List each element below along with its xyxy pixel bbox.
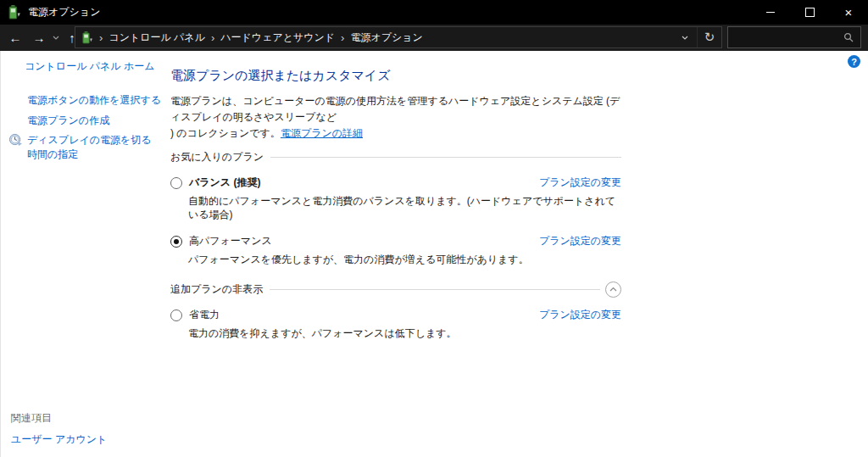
sidebar-item-control-panel-home[interactable]: コントロール パネル ホーム bbox=[25, 59, 154, 74]
search-input[interactable] bbox=[728, 31, 843, 43]
sidebar-item-choose-power-buttons[interactable]: 電源ボタンの動作を選択する bbox=[27, 93, 161, 108]
plan-name: バランス (推奨) bbox=[189, 176, 260, 190]
power-options-battery-icon bbox=[7, 5, 21, 20]
chevron-down-icon bbox=[53, 36, 59, 40]
plan-description: パフォーマンスを優先しますが、電力の消費が増える可能性があります。 bbox=[188, 253, 621, 266]
divider bbox=[270, 289, 600, 290]
plan-row-power-saver: 省電力 プラン設定の変更 電力の消費を抑えますが、パフォーマンスは低下します。 bbox=[170, 308, 621, 340]
chevron-up-icon bbox=[609, 287, 617, 292]
maximize-button[interactable] bbox=[790, 0, 829, 25]
page-title: 電源プランの選択またはカスタマイズ bbox=[170, 68, 621, 84]
additional-plans-heading: 追加プランの非表示 bbox=[170, 282, 263, 297]
additional-plans-section-header: 追加プランの非表示 bbox=[170, 281, 621, 297]
favorite-plans-section-header: お気に入りのプラン bbox=[170, 149, 621, 164]
chevron-down-icon bbox=[682, 36, 688, 40]
breadcrumb-item-hardware-and-sound[interactable]: ハードウェアとサウンド bbox=[220, 31, 335, 45]
help-button[interactable]: ? bbox=[848, 55, 860, 68]
intro-line1: 電源プランは、コンピューターの電源の使用方法を管理するハードウェア設定とシステム… bbox=[170, 95, 620, 123]
breadcrumb-separator-icon: › bbox=[99, 31, 103, 44]
plan-description: 電力の消費を抑えますが、パフォーマンスは低下します。 bbox=[188, 326, 621, 340]
refresh-button[interactable]: ↻ bbox=[697, 27, 721, 47]
maximize-icon bbox=[805, 8, 815, 17]
plan-radio-high-performance[interactable] bbox=[170, 236, 182, 248]
breadcrumb-separator-icon: › bbox=[341, 31, 344, 44]
power-options-window: 電源オプション × ← → ↑ › コントロール パネル › ハードウェアとサウ… bbox=[0, 0, 868, 457]
minimize-icon bbox=[766, 12, 775, 13]
plan-description: 自動的にパフォーマンスと電力消費のバランスを取ります。(ハードウェアでサポートさ… bbox=[188, 194, 621, 221]
intro-text: 電源プランは、コンピューターの電源の使用方法を管理するハードウェア設定とシステム… bbox=[170, 93, 621, 142]
change-plan-settings-link-power-saver[interactable]: プラン設定の変更 bbox=[539, 308, 621, 322]
address-dropdown-button[interactable] bbox=[673, 27, 697, 47]
close-button[interactable]: × bbox=[829, 0, 868, 25]
clock-icon bbox=[8, 133, 23, 146]
minimize-button[interactable] bbox=[751, 0, 790, 25]
change-plan-settings-link-high-performance[interactable]: プラン設定の変更 bbox=[539, 234, 621, 248]
breadcrumb-separator-icon: › bbox=[211, 31, 214, 44]
breadcrumb[interactable]: › コントロール パネル › ハードウェアとサウンド › 電源オプション ↻ bbox=[75, 26, 722, 48]
close-icon: × bbox=[845, 6, 853, 19]
power-options-battery-icon bbox=[81, 31, 93, 44]
plan-radio-balanced[interactable] bbox=[170, 177, 182, 189]
sidebar-item-choose-display-off-time[interactable]: ディスプレイの電源を切る時間の指定 bbox=[27, 133, 159, 162]
back-button[interactable]: ← bbox=[3, 25, 27, 51]
forward-button[interactable]: → bbox=[27, 25, 51, 51]
power-plan-details-link[interactable]: 電源プランの詳細 bbox=[281, 127, 363, 139]
navigation-toolbar: ← → ↑ › コントロール パネル › ハードウェアとサウンド › 電源オプシ… bbox=[0, 25, 868, 51]
sidebar-item-create-power-plan[interactable]: 電源プランの作成 bbox=[27, 114, 109, 128]
see-also-heading: 関連項目 bbox=[11, 411, 52, 426]
window-title: 電源オプション bbox=[28, 5, 100, 20]
main-panel: 電源プランの選択またはカスタマイズ 電源プランは、コンピューターの電源の使用方法… bbox=[170, 51, 621, 340]
plan-row-balanced: バランス (推奨) プラン設定の変更 自動的にパフォーマンスと電力消費のバランス… bbox=[170, 176, 621, 221]
plan-name: 省電力 bbox=[189, 308, 220, 322]
intro-line2: ) のコレクションです。 bbox=[170, 127, 281, 139]
breadcrumb-item-control-panel[interactable]: コントロール パネル bbox=[108, 31, 205, 45]
plan-name: 高パフォーマンス bbox=[189, 234, 272, 248]
divider bbox=[270, 157, 621, 158]
search-box bbox=[727, 26, 861, 48]
breadcrumb-item-power-options[interactable]: 電源オプション bbox=[350, 31, 422, 45]
content-area: ? コントロール パネル ホーム 電源ボタンの動作を選択する 電源プランの作成 … bbox=[0, 51, 868, 457]
refresh-icon: ↻ bbox=[704, 30, 715, 45]
plan-row-high-performance: 高パフォーマンス プラン設定の変更 パフォーマンスを優先しますが、電力の消費が増… bbox=[170, 234, 621, 266]
sidebar-item-user-accounts[interactable]: ユーザー アカウント bbox=[11, 432, 107, 447]
collapse-additional-plans-button[interactable] bbox=[605, 281, 621, 298]
sidebar: コントロール パネル ホーム 電源ボタンの動作を選択する 電源プランの作成 ディ… bbox=[1, 51, 164, 457]
favorite-plans-heading: お気に入りのプラン bbox=[170, 150, 264, 164]
search-icon[interactable] bbox=[843, 32, 854, 42]
titlebar: 電源オプション × bbox=[0, 0, 868, 25]
plan-radio-power-saver[interactable] bbox=[170, 309, 182, 321]
change-plan-settings-link-balanced[interactable]: プラン設定の変更 bbox=[539, 176, 621, 190]
